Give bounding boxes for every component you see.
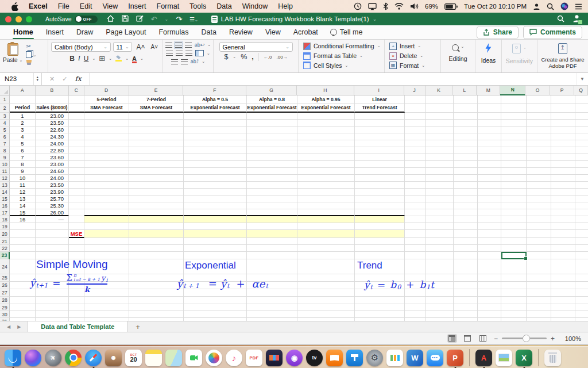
cell-P9[interactable] — [551, 154, 575, 161]
decrease-decimal-button[interactable]: .00→ — [276, 55, 287, 60]
column-header-F[interactable]: F — [183, 85, 246, 95]
cell-N13[interactable] — [501, 182, 527, 189]
cell-E18[interactable] — [129, 216, 184, 223]
grow-font-button[interactable]: A˄ — [134, 43, 146, 51]
cell-C29[interactable] — [69, 304, 84, 311]
row-header-19[interactable]: 19 — [0, 223, 10, 230]
page-layout-view-button[interactable] — [463, 334, 473, 343]
cell-P23[interactable] — [551, 252, 575, 259]
cell-C24[interactable] — [69, 259, 84, 274]
cell-Q13[interactable] — [575, 182, 588, 189]
cell-G24[interactable] — [247, 259, 297, 274]
cell-I15[interactable] — [355, 195, 405, 202]
dock-powerpoint-icon[interactable]: P — [447, 347, 463, 368]
cell-O18[interactable] — [527, 216, 551, 223]
cell-B7[interactable]: 24.00 — [36, 140, 69, 147]
zoom-slider-knob[interactable] — [523, 335, 530, 342]
menu-window[interactable]: Window — [237, 2, 273, 10]
cell-C25[interactable] — [69, 274, 84, 282]
dock-launchpad-icon[interactable]: ✈ — [45, 347, 61, 368]
siri-menubar-icon[interactable] — [560, 2, 568, 10]
cell-M27[interactable] — [478, 289, 501, 297]
cell-N17[interactable] — [501, 209, 527, 216]
cell-C27[interactable] — [69, 289, 84, 297]
cell-H24[interactable] — [297, 259, 355, 274]
cell-H19[interactable] — [297, 223, 355, 230]
cell-P12[interactable] — [551, 175, 575, 182]
dock-keynote-icon[interactable] — [346, 347, 363, 368]
cell-J26[interactable] — [405, 282, 426, 289]
cell-J15[interactable] — [405, 195, 426, 202]
cell-K21[interactable] — [426, 238, 454, 245]
cell-Q4[interactable] — [575, 120, 588, 126]
increase-indent-button[interactable] — [181, 59, 188, 64]
dock-trash-icon[interactable] — [544, 347, 561, 368]
cell-C7[interactable] — [69, 140, 84, 147]
cell-G20[interactable] — [247, 230, 297, 238]
cell-P11[interactable] — [551, 168, 575, 175]
cell-M3[interactable] — [478, 113, 501, 120]
cell-E22[interactable] — [129, 245, 184, 252]
row-header-5[interactable]: 5 — [0, 126, 10, 133]
cell-B8[interactable]: 22.80 — [36, 147, 69, 154]
column-header-H[interactable]: H — [297, 85, 354, 95]
cell-I16[interactable] — [355, 202, 405, 209]
cell-E29[interactable] — [129, 304, 184, 311]
align-middle-button[interactable] — [175, 43, 182, 48]
cell-E16[interactable] — [129, 202, 184, 209]
cell-I5[interactable] — [355, 126, 405, 133]
cell-O6[interactable] — [527, 133, 551, 140]
menu-tools[interactable]: Tools — [184, 2, 211, 10]
cell-K24[interactable] — [426, 259, 454, 274]
cell-G18[interactable] — [247, 216, 297, 223]
cell-H10[interactable] — [297, 161, 355, 168]
cell-L7[interactable] — [454, 140, 478, 147]
cell-I13[interactable] — [355, 182, 405, 189]
cell-Q6[interactable] — [575, 133, 588, 140]
cell-K20[interactable] — [426, 230, 454, 238]
format-as-table-button[interactable]: Format as Table⌄ — [303, 52, 363, 60]
cell-F29[interactable] — [184, 304, 247, 311]
cell-P8[interactable] — [551, 147, 575, 154]
cell-B1[interactable] — [36, 95, 69, 103]
dock-maps-icon[interactable] — [165, 347, 182, 368]
cell-D22[interactable] — [84, 245, 129, 252]
cell-G15[interactable] — [247, 195, 297, 202]
cell-H7[interactable] — [297, 140, 355, 147]
row-header-12[interactable]: 12 — [0, 175, 10, 182]
dock-numbers-icon[interactable] — [386, 347, 403, 368]
cell-D13[interactable] — [84, 182, 129, 189]
cell-I19[interactable] — [355, 223, 405, 230]
cell-J17[interactable] — [405, 209, 426, 216]
dock-facetime-icon[interactable] — [185, 347, 202, 368]
cell-C28[interactable] — [69, 297, 84, 304]
cell-C13[interactable] — [69, 182, 84, 189]
cell-C9[interactable] — [69, 154, 84, 161]
cell-O13[interactable] — [527, 182, 551, 189]
cell-O4[interactable] — [527, 120, 551, 126]
cell-J11[interactable] — [405, 168, 426, 175]
cell-A3[interactable]: 1 — [10, 113, 36, 120]
cell-I8[interactable] — [355, 147, 405, 154]
cell-G17[interactable] — [247, 209, 297, 216]
cell-N28[interactable] — [501, 297, 527, 304]
cell-M10[interactable] — [478, 161, 501, 168]
menu-view[interactable]: View — [97, 2, 123, 10]
cell-A21[interactable] — [10, 238, 36, 245]
cell-O22[interactable] — [527, 245, 551, 252]
cell-H16[interactable] — [297, 202, 355, 209]
cell-N7[interactable] — [501, 140, 527, 147]
cell-A7[interactable]: 5 — [10, 140, 36, 147]
cell-L4[interactable] — [454, 120, 478, 126]
cell-I6[interactable] — [355, 133, 405, 140]
cell-F10[interactable] — [184, 161, 247, 168]
cell-D12[interactable] — [84, 175, 129, 182]
cell-A13[interactable]: 11 — [10, 182, 36, 189]
cell-G26[interactable] — [247, 282, 297, 289]
cell-M6[interactable] — [478, 133, 501, 140]
cell-N21[interactable] — [501, 238, 527, 245]
cell-O19[interactable] — [527, 223, 551, 230]
cell-H13[interactable] — [297, 182, 355, 189]
cell-A25[interactable] — [10, 274, 36, 282]
cell-A28[interactable] — [10, 297, 36, 304]
